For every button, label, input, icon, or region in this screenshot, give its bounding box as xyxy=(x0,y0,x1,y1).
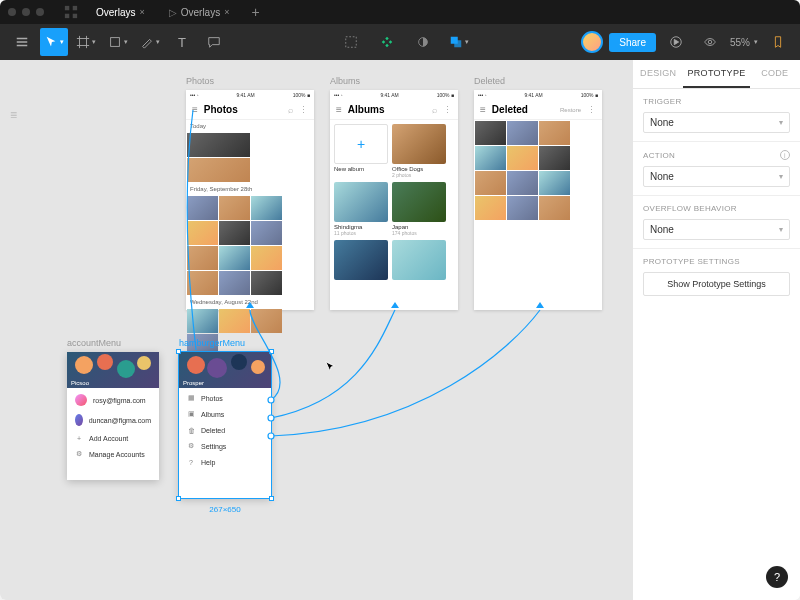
menu-item[interactable]: rosy@figma.com xyxy=(67,390,159,410)
menu-item[interactable]: ⚙Manage Accounts xyxy=(67,446,159,462)
menu-item-albums[interactable]: ▣Albums xyxy=(179,406,271,422)
hamburger-menu-frame[interactable]: hamburgerMenu Prosper ▦Photos ▣Albums 🗑D… xyxy=(179,352,271,498)
svg-rect-2 xyxy=(65,14,69,18)
album-item[interactable] xyxy=(392,240,446,280)
album-grid: +New album Office Dogs2 photos Shindigma… xyxy=(330,120,458,284)
add-tab-button[interactable]: + xyxy=(245,4,265,20)
svg-point-17 xyxy=(708,40,712,44)
restore-button[interactable]: Restore xyxy=(560,107,581,113)
overflow-select[interactable]: None▾ xyxy=(643,219,790,240)
move-tool[interactable]: ▾ xyxy=(40,28,68,56)
menu-button[interactable] xyxy=(8,28,36,56)
user-avatar[interactable] xyxy=(581,31,603,53)
album-item[interactable]: Japan174 photos xyxy=(392,182,446,236)
canvas[interactable]: ≡ Photos ••• ◦9:41 AM100% ■ ≡ Photos ⌕ ⋮… xyxy=(0,60,632,600)
settings-label: PROTOTYPE SETTINGS xyxy=(643,257,790,266)
screen-header: ≡ Photos ⌕ ⋮ xyxy=(186,100,314,120)
frame-photos[interactable]: Photos ••• ◦9:41 AM100% ■ ≡ Photos ⌕ ⋮ T… xyxy=(186,90,314,310)
action-label: ACTIONi xyxy=(643,150,790,160)
close-icon[interactable]: × xyxy=(224,7,229,17)
trash-icon: 🗑 xyxy=(187,426,195,434)
menu-item-settings[interactable]: ⚙Settings xyxy=(179,438,271,454)
help-icon: ? xyxy=(187,458,195,466)
layers-toggle-icon[interactable]: ≡ xyxy=(10,108,17,122)
help-button[interactable]: ? xyxy=(766,566,788,588)
album-item[interactable]: +New album xyxy=(334,124,388,178)
tab-overlays-active[interactable]: Overlays× xyxy=(88,3,153,22)
inspector-panel: DESIGN PROTOTYPE CODE TRIGGER None▾ ACTI… xyxy=(632,60,800,600)
window-controls[interactable] xyxy=(8,8,44,16)
play-button[interactable] xyxy=(662,28,690,56)
overflow-label: OVERFLOW BEHAVIOR xyxy=(643,204,790,213)
pen-tool[interactable]: ▾ xyxy=(136,28,164,56)
menu-item[interactable]: +Add Account xyxy=(67,430,159,446)
cursor-icon xyxy=(324,360,338,374)
tab-design[interactable]: DESIGN xyxy=(633,60,683,88)
menu-item-photos[interactable]: ▦Photos xyxy=(179,390,271,406)
account-menu-frame[interactable]: accountMenu Picsoo rosy@figma.com duncan… xyxy=(67,352,159,480)
hamburger-icon[interactable]: ≡ xyxy=(192,104,198,115)
create-component-tool[interactable] xyxy=(373,28,401,56)
status-bar: ••• ◦9:41 AM100% ■ xyxy=(186,90,314,100)
svg-rect-12 xyxy=(345,37,356,48)
more-icon[interactable]: ⋮ xyxy=(443,105,452,115)
titlebar: Overlays× ▷Overlays× + xyxy=(0,0,800,24)
more-icon[interactable]: ⋮ xyxy=(299,105,308,115)
album-item[interactable]: Office Dogs2 photos xyxy=(392,124,446,178)
mask-tool[interactable] xyxy=(409,28,437,56)
albums-icon: ▣ xyxy=(187,410,195,418)
share-button[interactable]: Share xyxy=(609,33,656,52)
svg-rect-11 xyxy=(111,38,120,47)
svg-rect-15 xyxy=(454,40,461,47)
album-item[interactable] xyxy=(334,240,388,280)
info-icon[interactable]: i xyxy=(780,150,790,160)
frame-tool[interactable]: ▾ xyxy=(72,28,100,56)
zoom-level[interactable]: 55%▾ xyxy=(730,37,758,48)
action-select[interactable]: None▾ xyxy=(643,166,790,187)
tab-overlays[interactable]: ▷Overlays× xyxy=(161,3,238,22)
search-icon[interactable]: ⌕ xyxy=(288,105,293,115)
menu-header: Prosper xyxy=(179,352,271,388)
search-icon[interactable]: ⌕ xyxy=(432,105,437,115)
bookmark-icon[interactable] xyxy=(764,28,792,56)
comment-tool[interactable] xyxy=(200,28,228,56)
gear-icon: ⚙ xyxy=(187,442,195,450)
text-tool[interactable]: T xyxy=(168,28,196,56)
close-icon[interactable]: × xyxy=(139,7,144,17)
gear-icon: ⚙ xyxy=(75,450,83,458)
component-tool[interactable] xyxy=(337,28,365,56)
album-item[interactable]: Shindigma11 photos xyxy=(334,182,388,236)
view-button[interactable] xyxy=(696,28,724,56)
svg-rect-0 xyxy=(65,6,69,10)
shape-tool[interactable]: ▾ xyxy=(104,28,132,56)
tab-prototype[interactable]: PROTOTYPE xyxy=(683,60,749,88)
grid-icon[interactable] xyxy=(64,5,78,19)
tab-code[interactable]: CODE xyxy=(750,60,800,88)
photo-grid xyxy=(186,132,314,183)
hamburger-icon[interactable]: ≡ xyxy=(336,104,342,115)
more-icon[interactable]: ⋮ xyxy=(587,105,596,115)
show-prototype-settings-button[interactable]: Show Prototype Settings xyxy=(643,272,790,296)
photos-icon: ▦ xyxy=(187,394,195,402)
frame-label: Photos xyxy=(186,76,214,86)
toolbar: ▾ ▾ ▾ ▾ T ▾ Share 55%▾ xyxy=(0,24,800,60)
boolean-tool[interactable]: ▾ xyxy=(445,28,473,56)
menu-header: Picsoo xyxy=(67,352,159,388)
menu-item-help[interactable]: ?Help xyxy=(179,454,271,470)
frame-albums[interactable]: Albums ••• ◦9:41 AM100% ■ ≡ Albums ⌕ ⋮ +… xyxy=(330,90,458,310)
svg-rect-1 xyxy=(73,6,77,10)
trigger-label: TRIGGER xyxy=(643,97,790,106)
trigger-select[interactable]: None▾ xyxy=(643,112,790,133)
svg-rect-3 xyxy=(73,14,77,18)
section-header: Today xyxy=(186,120,314,132)
selection-dimensions: 267×650 xyxy=(179,505,271,514)
hamburger-icon[interactable]: ≡ xyxy=(480,104,486,115)
menu-item[interactable]: duncan@figma.com xyxy=(67,410,159,430)
menu-item-deleted[interactable]: 🗑Deleted xyxy=(179,422,271,438)
frame-deleted[interactable]: Deleted ••• ◦9:41 AM100% ■ ≡ Deleted Res… xyxy=(474,90,602,310)
plus-icon: + xyxy=(75,434,83,442)
